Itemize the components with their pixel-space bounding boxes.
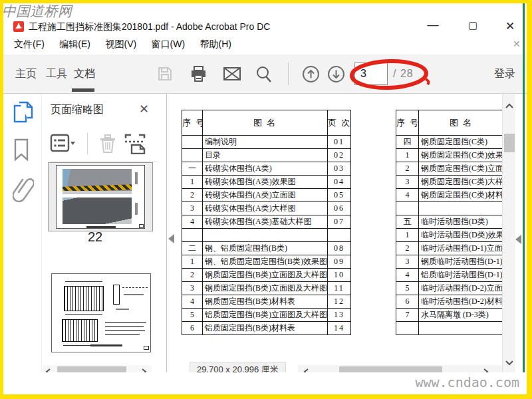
- fence-photo-bottom: [63, 198, 132, 224]
- column-header: 页 次: [328, 110, 351, 136]
- column-header: 图 名: [419, 110, 504, 136]
- thumbnail-caption: [86, 226, 116, 228]
- collapse-panel-icon[interactable]: [168, 234, 174, 243]
- toc-row: 目录02: [182, 149, 351, 162]
- document-vertical-scrollbar[interactable]: [502, 94, 515, 378]
- fence-photo-top: [63, 169, 132, 194]
- search-icon[interactable]: [255, 65, 273, 83]
- title-bar: 工程施工围挡标准图集201801.pdf - Adobe Acrobat Pro…: [3, 17, 527, 36]
- thumbnail-page-22[interactable]: [48, 162, 153, 231]
- active-tab-underline: [72, 88, 94, 92]
- toc-row: 5铝质固定围挡(B类)立面图及大样图13: [182, 309, 351, 322]
- toc-table-right: 序 号图 名四钢质固定围挡(C类)1钢质固定围挡(C类)效果图2钢质固定围挡(C…: [396, 110, 504, 335]
- next-page-icon[interactable]: [327, 65, 345, 83]
- minimize-button[interactable]: —: [425, 19, 441, 32]
- bottom-watermark: www.cndao.com: [415, 374, 519, 390]
- toc-row: 编制说明01: [182, 136, 351, 149]
- toc-row: 4铝质临时活动围挡(D-1): [396, 269, 504, 282]
- toc-row: 4钢质固定围挡(C类)材料表: [396, 189, 504, 202]
- toc-row: 7水马隔离墩 (D-3类): [396, 309, 504, 322]
- close-document-icon[interactable]: ✕: [513, 39, 521, 49]
- split-pages-icon[interactable]: [123, 132, 147, 154]
- pdf-page: 序 号图 名页 次编制说明01目录02一砖砌实体围挡(A类)031砖砌实体围挡(…: [167, 94, 515, 372]
- toc-row: 2临时活动围挡(D-1)立面图: [396, 242, 504, 255]
- toc-row: 6临时活动围挡(D-2)材料表: [396, 295, 504, 309]
- toc-row: 1钢、铝质固定固定围挡(B类)效果图09: [182, 255, 351, 269]
- toc-row: 5临时活动围挡(D-2)立面图: [396, 282, 504, 295]
- page-count-label: / 28: [393, 68, 414, 80]
- page-thumbnails-icon[interactable]: [13, 100, 34, 124]
- toolbar: 主页 工具 文档 3 / 28 登录: [3, 55, 527, 94]
- pdf-file-icon: [13, 21, 25, 33]
- bookmarks-icon[interactable]: [13, 138, 30, 162]
- toc-row: 四钢质固定围挡(C类): [396, 136, 504, 149]
- toc-table-left: 序 号图 名页 次编制说明01目录02一砖砌实体围挡(A类)031砖砌实体围挡(…: [182, 110, 351, 335]
- page-number-input[interactable]: 3: [354, 63, 388, 85]
- watermark-band: www.cndao.com: [3, 372, 525, 394]
- column-header: 图 名: [203, 110, 328, 136]
- toc-row: 3钢质临时活动围挡(D-1): [396, 255, 504, 269]
- toc-row: 1钢质固定围挡(C类)效果图: [396, 149, 504, 162]
- toc-row: 五临时活动围挡(D类): [396, 215, 504, 229]
- email-icon[interactable]: [223, 65, 241, 82]
- green-edge-line: [523, 3, 525, 372]
- previous-page-icon[interactable]: [302, 65, 320, 83]
- toc-row: 2砖砌实体围挡(A类)立面图05: [182, 189, 351, 202]
- thumbnail-page-number[interactable]: 22: [42, 229, 148, 245]
- column-header: 序 号: [182, 110, 203, 136]
- fence-drawing-1: [64, 286, 104, 311]
- tools-pane-strip: [515, 94, 523, 372]
- toc-row: 二钢、铝质固定围挡(B类)08: [182, 242, 351, 255]
- thumbnail-page-image: [56, 165, 145, 229]
- thumbnail-options-icon[interactable]: [50, 134, 76, 154]
- panel-close-icon[interactable]: ✕: [139, 102, 149, 116]
- thumbnail-page-23[interactable]: [51, 273, 151, 352]
- toc-row: [396, 202, 504, 215]
- toc-row: 3砖砌实体围挡(A类)大样图06: [182, 202, 351, 215]
- delete-pages-icon[interactable]: [98, 133, 118, 154]
- toc-row: 3钢质固定围挡(C类)大样图: [396, 176, 504, 189]
- thumbnails-panel: 页面缩略图 ✕ 22: [42, 94, 166, 372]
- scroll-up-icon[interactable]: [505, 103, 514, 109]
- panel-title: 页面缩略图: [51, 103, 104, 117]
- toc-row: [396, 322, 504, 335]
- sign-in-button[interactable]: 登录: [494, 67, 515, 81]
- toc-row: 4砖砌实体围挡(A类)基础大样图07: [182, 215, 351, 229]
- print-icon[interactable]: [190, 65, 207, 83]
- tab-home[interactable]: 主页: [15, 67, 37, 81]
- expand-tools-pane-icon[interactable]: [515, 235, 521, 244]
- menu-help[interactable]: 帮助(H): [199, 36, 233, 53]
- toc-row: 2钢质固定围挡(B类)立面图及大样图10: [182, 269, 351, 282]
- column-header: 序 号: [396, 110, 419, 136]
- scroll-down-icon[interactable]: [505, 360, 514, 366]
- panel-toolbar-divider: [87, 132, 88, 155]
- attachments-icon[interactable]: [13, 175, 34, 203]
- maximize-button[interactable]: ▢: [465, 19, 481, 31]
- top-watermark: 中国道桥网: [2, 2, 72, 21]
- thumbnail-caption: [90, 344, 122, 346]
- tab-tools[interactable]: 工具: [46, 67, 67, 81]
- tab-document[interactable]: 文档: [74, 67, 95, 81]
- close-button[interactable]: ✕: [502, 19, 518, 33]
- toc-row: 3钢质固定围挡(B类)立面图及大样图11: [182, 282, 351, 295]
- menu-view[interactable]: 视图(V): [104, 36, 138, 53]
- menu-edit[interactable]: 编辑(E): [58, 36, 92, 53]
- toc-row: 4钢质固定围挡(B类)材料表12: [182, 295, 351, 309]
- toolbar-divider: [288, 63, 289, 85]
- save-icon[interactable]: [156, 65, 174, 82]
- menu-file[interactable]: 文件(F): [13, 36, 46, 53]
- scrollbar-thumb[interactable]: [504, 134, 515, 152]
- toc-row: 1临时活动围挡(D类)效果图: [396, 229, 504, 242]
- toc-row: 6铝质固定围挡(B类)材料表14: [182, 322, 351, 335]
- fence-drawing-2: [62, 319, 98, 342]
- toc-row: 2钢质固定围挡(C类)立面图: [396, 162, 504, 176]
- toc-row: 一砖砌实体围挡(A类)03: [182, 162, 351, 176]
- navigation-rail: [3, 94, 41, 372]
- toc-row: [182, 229, 351, 242]
- menu-bar: 文件(F) 编辑(E) 视图(V) 窗口(W) 帮助(H) ✕: [3, 36, 527, 55]
- toc-row: 1砖砌实体围挡(A类)效果图04: [182, 176, 351, 189]
- menu-window[interactable]: 窗口(W): [150, 36, 187, 53]
- window-title: 工程施工围挡标准图集201801.pdf - Adobe Acrobat Pro…: [29, 21, 270, 33]
